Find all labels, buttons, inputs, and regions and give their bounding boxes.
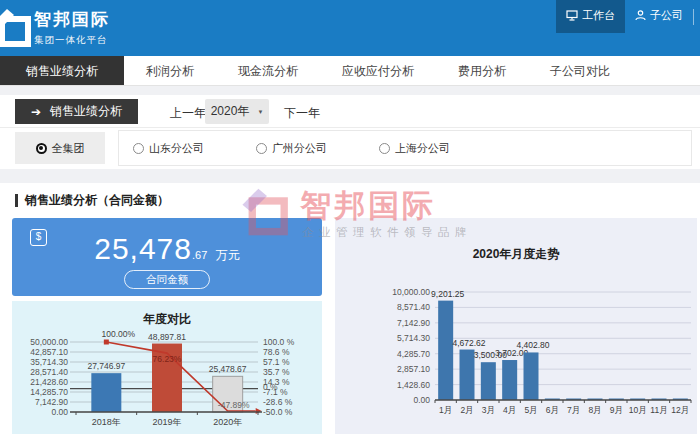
yearly-chart-canvas: 50,000.00100.0 %42,857.1078.6 %35,714.30…: [12, 301, 322, 434]
monitor-icon: [566, 10, 578, 21]
svg-text:12月: 12月: [671, 405, 689, 415]
svg-text:9,201.25: 9,201.25: [431, 289, 464, 299]
tab-3[interactable]: 现金流分析: [216, 56, 320, 85]
arrow-right-icon: ➔: [31, 105, 41, 119]
scope-option-1[interactable]: 全集团: [36, 141, 85, 156]
svg-text:2018年: 2018年: [92, 417, 121, 427]
amount-unit: 万元: [216, 248, 240, 262]
app-header: 智邦国际 集团一体化平台 工作台 子公司: [0, 0, 700, 56]
svg-text:3月: 3月: [482, 405, 495, 415]
svg-text:100.00%: 100.00%: [102, 329, 136, 339]
svg-text:4,672.62: 4,672.62: [452, 338, 485, 348]
svg-text:50,000.00: 50,000.00: [30, 337, 68, 347]
scope-option-4[interactable]: 上海分公司: [379, 141, 450, 156]
title-accent-bar: [15, 194, 18, 207]
scope-options-box: 山东分公司广州分公司上海分公司: [118, 130, 692, 166]
svg-text:10,000.00: 10,000.00: [392, 287, 430, 297]
header-separator: [693, 9, 694, 25]
svg-text:48,897.81: 48,897.81: [148, 332, 186, 342]
tab-4[interactable]: 应收应付分析: [320, 56, 436, 85]
svg-text:35,714.30: 35,714.30: [30, 357, 68, 367]
svg-text:35.7 %: 35.7 %: [263, 367, 290, 377]
radio-icon: [36, 143, 47, 154]
svg-text:7,142.90: 7,142.90: [397, 318, 430, 328]
radio-label: 山东分公司: [149, 141, 204, 156]
scope-option-all-group[interactable]: 全集团: [15, 132, 105, 164]
svg-text:5月: 5月: [524, 405, 537, 415]
svg-text:0.00: 0.00: [413, 395, 430, 405]
svg-text:0 %: 0 %: [263, 382, 278, 392]
svg-text:8月: 8月: [588, 405, 601, 415]
header-actions: 工作台 子公司: [556, 0, 694, 56]
tab-5[interactable]: 费用分析: [436, 56, 528, 85]
svg-text:2,857.10: 2,857.10: [397, 364, 430, 374]
svg-text:4,402.80: 4,402.80: [516, 340, 549, 350]
svg-text:7月: 7月: [567, 405, 580, 415]
amount-decimal: .67: [192, 249, 207, 261]
svg-text:-50.0 %: -50.0 %: [263, 407, 293, 417]
svg-text:57.1 %: 57.1 %: [263, 357, 290, 367]
svg-text:76.23%: 76.23%: [153, 354, 182, 364]
dashboard-screen: 智邦国际 集团一体化平台 工作台 子公司 销售业绩分析利: [0, 0, 700, 434]
brand-logo-icon: [0, 6, 36, 50]
prev-year-button[interactable]: 上一年: [170, 105, 206, 122]
brand-subtitle: 集团一体化平台: [34, 34, 110, 47]
svg-text:11月: 11月: [650, 405, 667, 415]
svg-text:2020年: 2020年: [213, 417, 242, 427]
svg-text:10月: 10月: [629, 405, 647, 415]
radio-label: 全集团: [52, 141, 85, 156]
subsidiary-button[interactable]: 子公司: [625, 0, 693, 33]
svg-text:6月: 6月: [546, 405, 559, 415]
svg-text:42,857.10: 42,857.10: [30, 347, 68, 357]
brand-block: 智邦国际 集团一体化平台: [34, 8, 110, 47]
svg-text:1月: 1月: [439, 405, 452, 415]
svg-text:14,285.70: 14,285.70: [30, 387, 68, 397]
svg-text:1,428.60: 1,428.60: [397, 380, 430, 390]
tab-6[interactable]: 子公司对比: [528, 56, 632, 85]
section-nav-button[interactable]: ➔ 销售业绩分析: [15, 99, 138, 124]
svg-text:8,571.40: 8,571.40: [397, 302, 430, 312]
scope-option-2[interactable]: 山东分公司: [133, 141, 204, 156]
section-title-text: 销售业绩分析（合同金额）: [25, 192, 169, 209]
svg-text:25,478.67: 25,478.67: [209, 364, 247, 374]
tab-1[interactable]: 销售业绩分析: [0, 56, 124, 85]
svg-text:2019年: 2019年: [152, 417, 181, 427]
section-nav-label: 销售业绩分析: [50, 103, 122, 120]
svg-text:28,571.40: 28,571.40: [30, 367, 68, 377]
radio-icon: [379, 143, 390, 154]
section-title: 销售业绩分析（合同金额）: [15, 192, 169, 209]
subsidiary-label: 子公司: [650, 8, 683, 23]
year-dropdown-value: 2020年: [211, 103, 250, 120]
year-toolbar: ➔ 销售业绩分析 上一年 2020年 ▼ 下一年: [0, 95, 700, 128]
main-tab-bar: 销售业绩分析利润分析现金流分析应收应付分析费用分析子公司对比: [0, 56, 700, 86]
radio-icon: [256, 143, 267, 154]
brand-title: 智邦国际: [34, 8, 110, 31]
amount-integer: 25,478: [94, 232, 192, 265]
person-icon: [635, 10, 646, 21]
svg-text:27,746.97: 27,746.97: [87, 361, 125, 371]
svg-text:0.00: 0.00: [51, 407, 68, 417]
contract-amount-value: 25,478.67 万元: [12, 232, 322, 266]
monthly-chart-canvas: 10,000.008,571.407,142.905,714.304,285.7…: [335, 218, 697, 434]
svg-text:7,142.90: 7,142.90: [35, 397, 68, 407]
svg-text:9月: 9月: [610, 405, 623, 415]
content-panel: 销售业绩分析（合同金额） 智邦国际 企业管理软件领导品牌 $ 25,478.67…: [0, 183, 700, 434]
workbench-button[interactable]: 工作台: [556, 0, 625, 33]
svg-text:5,714.30: 5,714.30: [397, 333, 430, 343]
svg-text:4月: 4月: [503, 405, 516, 415]
contract-amount-card: $ 25,478.67 万元 合同金额: [12, 218, 322, 296]
svg-text:-28.6 %: -28.6 %: [263, 397, 293, 407]
radio-icon: [133, 143, 144, 154]
svg-text:100.0 %: 100.0 %: [263, 337, 295, 347]
next-year-button[interactable]: 下一年: [284, 105, 320, 122]
yearly-comparison-chart: 年度对比 50,000.00100.0 %42,857.1078.6 %35,7…: [12, 301, 322, 434]
svg-text:2月: 2月: [460, 405, 473, 415]
contract-amount-button[interactable]: 合同金额: [124, 270, 210, 289]
svg-text:4,285.70: 4,285.70: [397, 349, 430, 359]
svg-text:78.6 %: 78.6 %: [263, 347, 290, 357]
scope-filter-row: 全集团 山东分公司广州分公司上海分公司: [0, 128, 700, 169]
scope-option-3[interactable]: 广州分公司: [256, 141, 327, 156]
tab-2[interactable]: 利润分析: [124, 56, 216, 85]
year-dropdown[interactable]: 2020年 ▼: [205, 99, 269, 124]
radio-label: 广州分公司: [272, 141, 327, 156]
